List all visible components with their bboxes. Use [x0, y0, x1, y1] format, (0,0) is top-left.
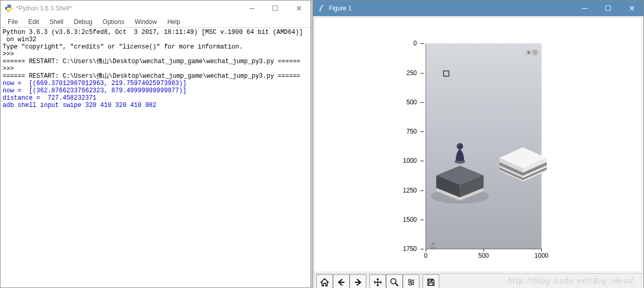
- svg-line-23: [395, 283, 398, 286]
- figure-title-text: Figure 1: [329, 5, 573, 12]
- maximize-button[interactable]: ☐: [597, 1, 620, 16]
- zoom-button[interactable]: [386, 274, 403, 288]
- svg-point-22: [391, 279, 396, 284]
- menu-options[interactable]: Options: [97, 17, 129, 27]
- menu-edit[interactable]: Edit: [23, 17, 44, 27]
- svg-point-25: [408, 279, 411, 281]
- shell-line: ====== RESTART: C:\Users\佛山\Desktop\wech…: [3, 58, 308, 65]
- figure-window: Figure 1 ─ ☐ ✕: [313, 0, 644, 288]
- figure-body: 0250500750100012501500175005001000: [313, 16, 643, 288]
- figure-window-controls: ─ ☐ ✕: [573, 1, 643, 16]
- menu-help[interactable]: Help: [162, 17, 185, 27]
- shell-line: >>>: [3, 51, 308, 58]
- x-tick: 0: [424, 252, 428, 259]
- menu-debug[interactable]: Debug: [69, 17, 97, 27]
- y-tick: 250: [391, 69, 417, 77]
- minimize-button[interactable]: ─: [240, 1, 264, 16]
- menu-file[interactable]: File: [3, 17, 23, 27]
- save-button[interactable]: [423, 274, 439, 288]
- shell-content[interactable]: Python 3.6.3 (v3.6.3:2c5fed8, Oct 3 2017…: [1, 28, 311, 287]
- y-tick: 1250: [391, 187, 417, 194]
- close-button[interactable]: ✕: [620, 1, 643, 16]
- shell-menubar: FileEditShellDebugOptionsWindowHelp: [1, 16, 311, 28]
- svg-point-29: [410, 283, 412, 285]
- config-button[interactable]: [403, 274, 419, 288]
- shell-line: ====== RESTART: C:\Users\佛山\Desktop\wech…: [3, 73, 308, 80]
- python-icon: [5, 4, 13, 13]
- svg-point-14: [457, 143, 463, 149]
- shell-line: Type "copyright", "credits" or "license(…: [3, 43, 308, 51]
- menu-shell[interactable]: Shell: [44, 17, 69, 27]
- shell-line: >>>: [3, 65, 308, 73]
- plot-overlay-controls[interactable]: [525, 49, 539, 56]
- y-tick: 1500: [391, 216, 417, 223]
- y-tick: 750: [391, 128, 417, 135]
- svg-point-17: [527, 51, 530, 54]
- minimize-button[interactable]: ─: [573, 1, 597, 16]
- menu-window[interactable]: Window: [129, 17, 162, 27]
- svg-point-15: [458, 144, 460, 146]
- figure-titlebar: Figure 1 ─ ☐ ✕: [313, 1, 643, 16]
- x-tick: 1000: [535, 252, 549, 259]
- y-tick: 500: [391, 99, 417, 106]
- svg-rect-30: [431, 280, 432, 281]
- shell-line: adb shell input swipe 320 410 320 410 98…: [3, 102, 308, 109]
- svg-point-27: [412, 281, 414, 283]
- shell-line: Python 3.6.3 (v3.6.3:2c5fed8, Oct 3 2017…: [3, 29, 308, 36]
- shell-line: now = [(362.87662337662323, 879.49999999…: [3, 87, 308, 94]
- close-button[interactable]: ✕: [287, 1, 311, 16]
- plot-area[interactable]: 0250500750100012501500175005001000: [315, 18, 641, 271]
- forward-button[interactable]: [350, 274, 366, 288]
- y-tick: 1000: [391, 157, 417, 164]
- maximize-button[interactable]: ☐: [264, 1, 287, 16]
- tk-feather-icon: [317, 4, 326, 13]
- pan-button[interactable]: [369, 274, 386, 288]
- watermark-text: http://blog.csdn.net/Big_Head_: [508, 277, 639, 285]
- svg-rect-1: [426, 43, 541, 249]
- shell-window-controls: ─ ☐ ✕: [240, 1, 311, 16]
- shell-line: distance = 727.458232371: [3, 94, 308, 102]
- shell-titlebar: *Python 3.6.3 Shell* ─ ☐ ✕: [1, 1, 311, 16]
- svg-point-19: [535, 52, 536, 53]
- shell-line: on win32: [3, 36, 308, 43]
- shell-line: now = [(669.37012987012963, 219.75974025…: [3, 80, 308, 87]
- shell-title-text: *Python 3.6.3 Shell*: [16, 5, 240, 12]
- back-button[interactable]: [333, 274, 350, 288]
- y-tick: 0: [391, 40, 417, 47]
- python-shell-window: *Python 3.6.3 Shell* ─ ☐ ✕ FileEditShell…: [0, 0, 311, 288]
- x-tick: 500: [478, 252, 489, 259]
- plot-canvas: [315, 18, 641, 271]
- home-button[interactable]: [316, 274, 333, 288]
- y-tick: 1750: [391, 245, 417, 253]
